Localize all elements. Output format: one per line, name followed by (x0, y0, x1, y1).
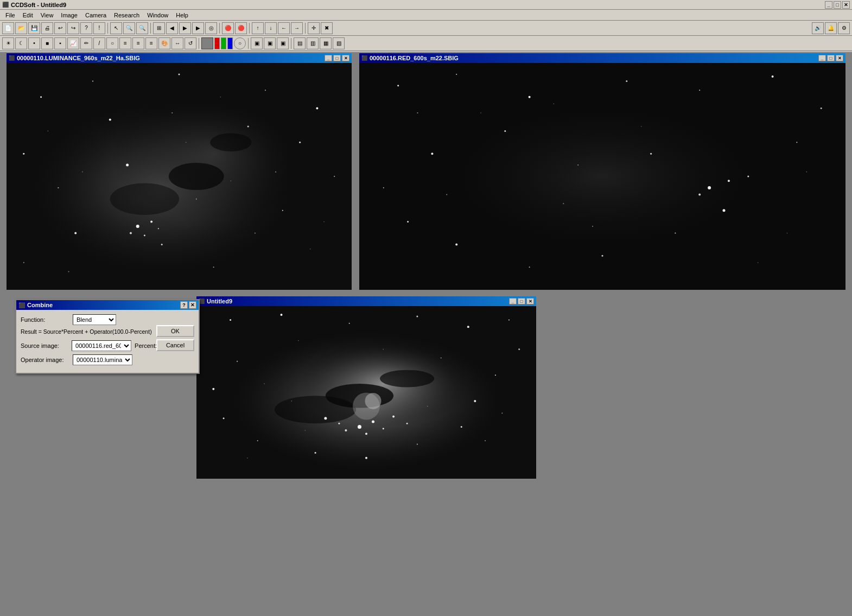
help1-btn[interactable]: ? (80, 22, 92, 34)
svg-point-113 (247, 458, 248, 459)
moon-btn[interactable]: ☾ (15, 37, 27, 49)
red-p-btn[interactable] (214, 37, 220, 49)
left-btn[interactable]: ← (278, 22, 290, 34)
sep3 (219, 23, 220, 34)
next-btn[interactable]: ▶ (192, 22, 204, 34)
app-minimize-btn[interactable]: _ (825, 1, 832, 9)
window3-minimize[interactable]: _ (509, 298, 517, 304)
sq2-btn[interactable]: ▪ (54, 37, 66, 49)
help2-btn[interactable]: ! (93, 22, 105, 34)
cursor-btn[interactable]: ↖ (110, 22, 122, 34)
svg-point-92 (315, 452, 316, 454)
sq1-btn[interactable]: ■ (41, 37, 53, 49)
app-titlebar: ⬛ CCDSoft - Untitled9 _ □ ✕ (0, 0, 852, 10)
menu-help[interactable]: Help (173, 11, 192, 20)
new-btn[interactable]: 📄 (2, 22, 14, 34)
svg-point-72 (592, 226, 593, 227)
panel3-btn[interactable]: ▦ (320, 37, 332, 49)
open-btn[interactable]: 📂 (15, 22, 27, 34)
source-select[interactable]: 00000116.red_60 (72, 340, 131, 351)
down-btn[interactable]: ↓ (265, 22, 277, 34)
window2-titlebar[interactable]: ⬛ 00000116.RED_600s_m22.SBIG _ □ ✕ (359, 53, 845, 63)
svg-point-29 (231, 181, 232, 182)
svg-point-110 (427, 406, 428, 407)
stretch3-btn[interactable]: ≡ (145, 37, 157, 49)
panel1-btn[interactable]: ▤ (294, 37, 306, 49)
grid-btn[interactable]: ⊞ (153, 22, 165, 34)
stop-btn[interactable]: 🔴 (222, 22, 234, 34)
app-close-btn[interactable]: ✕ (842, 1, 850, 9)
workspace: ⬛ 00000110.LUMINANCE_960s_m22_Ha.SBIG _ … (0, 52, 852, 616)
window3-titlebar[interactable]: ⬛ Untitled9 _ □ ✕ (196, 296, 536, 306)
dialog-close-btn[interactable]: ✕ (189, 301, 196, 309)
menu-file[interactable]: File (2, 11, 18, 20)
line-btn[interactable]: / (93, 37, 105, 49)
circle-btn[interactable]: ○ (106, 37, 118, 49)
chart-btn[interactable]: 📈 (67, 37, 79, 49)
menu-window[interactable]: Window (144, 11, 171, 20)
screen1-btn[interactable]: ▣ (251, 37, 263, 49)
operator-row: Operator image: 00000110.luminar (21, 354, 194, 365)
app-controls: _ □ ✕ (825, 1, 850, 9)
cross1-btn[interactable]: ✛ (308, 22, 320, 34)
dialog-icon: ⬛ (18, 302, 25, 308)
screen3-btn[interactable]: ▣ (277, 37, 289, 49)
cross2-btn[interactable]: ✖ (321, 22, 333, 34)
stretch2-btn[interactable]: ≡ (132, 37, 144, 49)
svg-point-41 (456, 74, 457, 75)
screen2-btn[interactable]: ▣ (264, 37, 276, 49)
green-p-btn[interactable] (221, 37, 226, 49)
window1-close[interactable]: ✕ (342, 55, 349, 61)
window3-close[interactable]: ✕ (526, 298, 534, 304)
window1-maximize[interactable]: □ (333, 55, 341, 61)
settings-btn[interactable]: ⚙ (838, 22, 850, 34)
window1-titlebar[interactable]: ⬛ 00000110.LUMINANCE_960s_m22_Ha.SBIG _ … (7, 53, 352, 63)
panel4-btn[interactable]: ▧ (333, 37, 345, 49)
stretch1-btn[interactable]: ≡ (119, 37, 131, 49)
play-btn[interactable]: ▶ (179, 22, 191, 34)
connect-btn[interactable]: 🔴 (235, 22, 247, 34)
sun-btn[interactable]: ☀ (2, 37, 14, 49)
zoom-out-btn[interactable]: 🔍 (136, 22, 148, 34)
save-btn[interactable]: 💾 (28, 22, 40, 34)
svg-point-27 (48, 131, 49, 132)
window2-minimize[interactable]: _ (818, 55, 826, 61)
redo-btn[interactable]: ↪ (67, 22, 79, 34)
refresh-btn[interactable]: ↺ (185, 37, 196, 49)
window3-maximize[interactable]: □ (518, 298, 525, 304)
menu-camera[interactable]: Camera (82, 11, 110, 20)
speaker-btn[interactable]: 🔊 (812, 22, 824, 34)
window2-maximize[interactable]: □ (827, 55, 835, 61)
menu-edit[interactable]: Edit (20, 11, 36, 20)
print-btn[interactable]: 🖨 (41, 22, 53, 34)
circle2-btn[interactable]: ○ (234, 37, 246, 49)
zoom-in-btn[interactable]: 🔍 (123, 22, 135, 34)
blue-p-btn[interactable] (227, 37, 233, 49)
svg-point-99 (345, 429, 347, 431)
color-btn[interactable]: 🎨 (158, 37, 170, 49)
right-btn[interactable]: → (291, 22, 303, 34)
prev-btn[interactable]: ◀ (166, 22, 178, 34)
gray-btn[interactable] (201, 37, 213, 49)
app-maximize-btn[interactable]: □ (834, 1, 841, 9)
cancel-button[interactable]: Cancel (156, 339, 194, 351)
flip-btn[interactable]: ↔ (171, 37, 183, 49)
function-select[interactable]: Blend Add Subtract (73, 314, 116, 325)
menu-image[interactable]: Image (58, 11, 81, 20)
target-btn[interactable]: ◎ (205, 22, 217, 34)
pencil-btn[interactable]: ✏ (80, 37, 92, 49)
dot-btn[interactable]: • (28, 37, 40, 49)
window3-content (196, 306, 536, 479)
up-btn[interactable]: ↑ (252, 22, 264, 34)
operator-select[interactable]: 00000110.luminar (73, 354, 132, 365)
dialog-titlebar[interactable]: ⬛ Combine ? ✕ (16, 300, 199, 310)
ok-button[interactable]: OK (156, 325, 194, 337)
vol-btn[interactable]: 🔔 (825, 22, 837, 34)
dialog-help-btn[interactable]: ? (180, 301, 188, 309)
menu-view[interactable]: View (37, 11, 57, 20)
window2-close[interactable]: ✕ (836, 55, 843, 61)
menu-research[interactable]: Research (111, 11, 143, 20)
undo-btn[interactable]: ↩ (54, 22, 66, 34)
panel2-btn[interactable]: ▥ (307, 37, 319, 49)
window1-minimize[interactable]: _ (325, 55, 332, 61)
